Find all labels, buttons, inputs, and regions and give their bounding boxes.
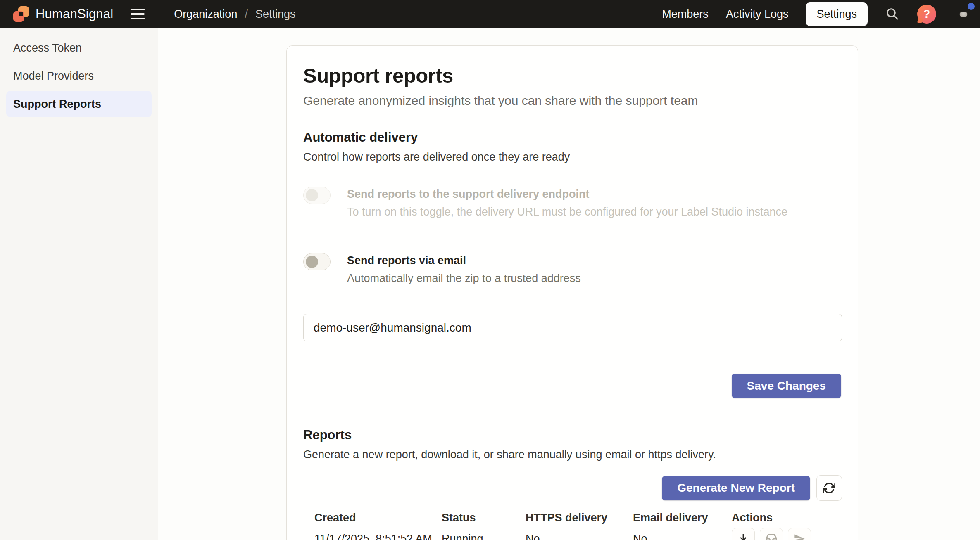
col-email-delivery: Email delivery	[633, 512, 732, 524]
automatic-delivery-description: Control how reports are delivered once t…	[303, 151, 841, 163]
nav-activity-logs[interactable]: Activity Logs	[726, 8, 789, 21]
nav-settings[interactable]: Settings	[806, 2, 868, 26]
download-report-button[interactable]	[732, 528, 755, 540]
breadcrumb-separator: /	[245, 8, 248, 21]
reports-heading: Reports	[303, 428, 841, 443]
reports-table-header: Created Status HTTPS delivery Email deli…	[303, 509, 842, 527]
page-title: Support reports	[303, 64, 841, 87]
reports-table: Created Status HTTPS delivery Email deli…	[303, 509, 842, 540]
refresh-button[interactable]	[816, 475, 842, 501]
endpoint-delivery-toggle[interactable]	[303, 187, 331, 204]
brand-name: HumanSignal	[36, 7, 113, 21]
breadcrumb-organization[interactable]: Organization	[174, 8, 237, 21]
sidebar-item-support-reports[interactable]: Support Reports	[6, 91, 152, 117]
cell-email-delivery: No	[633, 533, 732, 540]
topbar: HumanSignal Organization / Settings Memb…	[0, 0, 980, 28]
send-icon	[794, 533, 805, 540]
email-toggle-label: Send reports via email	[347, 254, 581, 267]
refresh-icon	[823, 482, 835, 494]
support-reports-card: Support reports Generate anonymized insi…	[286, 45, 858, 540]
email-toggle-row: Send reports via email Automatically ema…	[303, 253, 841, 285]
sidebar-item-access-token[interactable]: Access Token	[6, 35, 152, 61]
humansignal-logo-icon	[12, 5, 30, 23]
col-https-delivery: HTTPS delivery	[526, 512, 633, 524]
reports-table-body: 11/17/2025, 8:51:52 AM Running No No	[303, 527, 842, 540]
email-delivery-toggle[interactable]	[303, 253, 331, 270]
reports-section: Reports Generate a new report, download …	[303, 428, 841, 540]
cell-https-delivery: No	[526, 533, 633, 540]
endpoint-toggle-row: Send reports to the support delivery end…	[303, 187, 841, 218]
col-actions: Actions	[732, 512, 842, 524]
automatic-delivery-heading: Automatic delivery	[303, 130, 841, 145]
save-changes-button[interactable]: Save Changes	[732, 374, 841, 398]
generate-new-report-button[interactable]: Generate New Report	[662, 476, 810, 500]
avatar-status-badge	[968, 3, 975, 10]
col-status: Status	[442, 512, 526, 524]
search-icon[interactable]	[885, 7, 900, 21]
help-icon[interactable]: ?	[917, 5, 936, 24]
sidebar-item-model-providers[interactable]: Model Providers	[6, 63, 152, 89]
nav-members[interactable]: Members	[662, 8, 709, 21]
email-report-button[interactable]	[760, 528, 783, 540]
user-avatar[interactable]	[954, 4, 973, 24]
trusted-email-input[interactable]	[303, 314, 842, 341]
send-report-button[interactable]	[788, 528, 811, 540]
email-toggle-helper: Automatically email the zip to a trusted…	[347, 272, 581, 285]
cell-actions	[732, 528, 842, 540]
topbar-right: Members Activity Logs Settings ?	[662, 2, 980, 26]
section-divider	[303, 414, 842, 414]
download-icon	[737, 533, 749, 540]
endpoint-toggle-label: Send reports to the support delivery end…	[347, 188, 787, 201]
page-subtitle: Generate anonymized insights that you ca…	[303, 94, 841, 108]
breadcrumb-settings[interactable]: Settings	[255, 8, 296, 21]
settings-sidebar: Access Token Model Providers Support Rep…	[0, 28, 158, 540]
inbox-icon	[765, 533, 778, 540]
cell-status: Running	[442, 533, 526, 540]
endpoint-toggle-helper: To turn on this toggle, the delivery URL…	[347, 206, 787, 218]
breadcrumb: Organization / Settings	[174, 8, 295, 21]
automatic-delivery-section: Automatic delivery Control how reports a…	[303, 130, 841, 398]
main-content: Support reports Generate anonymized insi…	[158, 28, 980, 540]
hamburger-menu-icon[interactable]	[131, 7, 145, 22]
reports-description: Generate a new report, download it, or s…	[303, 448, 841, 461]
brand-logo[interactable]: HumanSignal	[0, 5, 113, 23]
table-row: 11/17/2025, 8:51:52 AM Running No No	[303, 527, 842, 540]
col-created: Created	[314, 512, 442, 524]
topbar-divider	[159, 0, 159, 28]
cell-created: 11/17/2025, 8:51:52 AM	[314, 533, 442, 540]
help-question-glyph: ?	[923, 8, 930, 21]
